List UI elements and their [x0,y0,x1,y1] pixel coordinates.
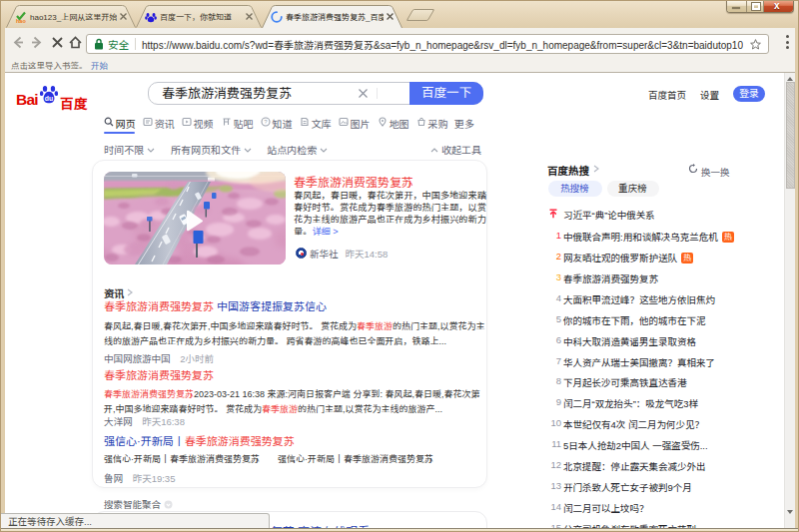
hot-tab-chongqing[interactable]: 重庆榜 [607,181,659,197]
hot-item-title: 中俄联合声明:用和谈解决乌克兰危机热 [563,230,734,244]
import-bookmarks-message: 点击这里导入书签。 [11,59,88,71]
search-separator [377,88,378,99]
hot-rank: 7 [542,355,561,366]
nav-tab-zhidao[interactable]: 知道 [273,116,293,131]
collapse-tools[interactable]: 收起工具 [430,142,481,157]
hot-item[interactable]: 10本世纪仅有4次 闰二月为何少见？ [542,417,782,430]
hot-rank: 11 [542,438,561,449]
hot-item[interactable]: 14闰二月可以上坟吗？ [542,501,782,514]
search-button[interactable]: 百度一下 [409,82,483,105]
nav-tab-wenku[interactable]: 文库 [312,116,332,131]
browser-tab-baidu-home[interactable]: 百度一下，你就知道 [136,5,262,28]
hot-item[interactable]: 1中俄联合声明:用和谈解决乌克兰危机热 [542,230,782,243]
home-button-icon[interactable] [68,35,83,50]
hot-rank: 4 [542,292,561,303]
scroll-down-icon[interactable] [787,510,793,514]
hot-item[interactable]: 3春季旅游消费强势复苏 [542,271,782,284]
forward-button-icon[interactable] [30,35,45,50]
filter-site[interactable]: 站点内检索 [267,142,328,157]
source-time: 昨天16:38 [142,416,185,427]
close-button[interactable]: x [763,0,793,12]
nav-tab-image[interactable]: 图片 [351,116,371,131]
image-icon [339,117,349,127]
hot-search-title[interactable]: 百度热搜 [547,163,589,178]
tab-close-icon[interactable] [384,10,398,24]
nav-tab-caigou[interactable]: 采购 [428,116,448,131]
search-box[interactable]: 春季旅游消费强势复苏 百度一下 [148,82,483,105]
nav-active-underline [104,132,135,134]
feature-result-title[interactable]: 春季旅游消费强势复苏 [294,173,413,190]
baidu-logo[interactable]: Bai du 百度 [16,83,89,108]
search-input-value[interactable]: 春季旅游消费强势复苏 [162,83,292,104]
hot-rank: 8 [542,375,561,386]
hot-item[interactable]: 6中科大取消造黄谣男生录取资格 [542,334,782,347]
hot-item-title: 习近平“典”论中俄关系 [563,208,655,222]
chevron-down-icon [147,148,155,153]
hot-item[interactable]: 2网友晒壮观的俄罗斯护送队热 [542,251,782,264]
result2-title[interactable]: 春季旅游消费强势复苏 中国游客提振复苏信心 [104,297,327,313]
bookmark-star-icon[interactable] [749,38,762,51]
import-bookmarks-link[interactable]: 开始 [91,59,108,71]
stop-button-icon[interactable] [50,35,65,50]
filter-time[interactable]: 时间不限 [104,142,155,157]
hot-item[interactable]: 5你的城市在下雨，他的城市在下泥 [542,313,782,326]
hot-badge: 热 [722,232,734,243]
nav-tab-more[interactable]: 更多 [454,116,474,131]
result2-source: 中国网旅游中国 2小时前 [104,351,214,365]
refresh-icon[interactable] [688,164,698,174]
hot-rank: 3 [542,271,561,282]
browser-menu-icon[interactable] [779,34,795,50]
map-icon [378,117,388,127]
nav-tab-video[interactable]: 视频 [194,116,214,131]
hot-tab-hotlist[interactable]: 热搜榜 [548,181,602,197]
news-icon [143,117,153,127]
maximize-button[interactable] [746,0,763,12]
settings-link[interactable]: 设置 [700,88,719,102]
chevron-right-icon [593,165,599,173]
tab-close-icon[interactable] [243,10,257,24]
address-bar[interactable]: 安全 https://www.baidu.com/s?wd=春季旅游消费强势复苏… [86,34,769,54]
hot-item[interactable]: 115日本人抢劫2中国人 一强盗受伤... [542,438,782,451]
hot-item-title: 5日本人抢劫2中国人 一强盗受伤... [563,438,708,452]
chevron-down-icon [320,148,328,153]
smart-aggregation-label[interactable]: 搜索智能聚合 [104,497,173,511]
scrollbar-thumb[interactable] [786,82,795,189]
nav-tab-web[interactable]: 网页 [116,116,136,131]
hot-item[interactable]: 7华人资产从瑞士美国撤离？真相来了 [542,355,782,368]
browser-tab-current[interactable]: 春季旅游消费强势复苏_百度搜索 [262,5,402,28]
nav-tab-news[interactable]: 资讯 [155,116,175,131]
login-button[interactable]: 登录 [733,86,765,102]
browser-tab-hao123[interactable]: hao hao123_上网从这里开始 [6,5,136,28]
tab-title: 春季旅游消费强势复苏_百度搜索 [286,11,384,22]
tieba-icon [222,117,232,127]
hot-item[interactable]: 12北京提醒：停止露天集会减少外出 [542,459,782,472]
secure-lock-icon [94,38,104,50]
bookmarks-bar: 点击这里导入书签。 开始 [5,56,795,73]
nav-tab-tieba[interactable]: 贴吧 [234,116,254,131]
page-scrollbar[interactable] [784,73,795,528]
source-time: 昨天14:58 [346,247,389,261]
minimize-button[interactable] [727,0,746,12]
hot-item[interactable]: 9闰二月“双龙抬头”：吸龙气吃3样 [542,396,782,409]
scroll-up-icon[interactable] [787,77,793,81]
hot-item-top[interactable]: 习近平“典”论中俄关系 [542,208,782,221]
caigou-icon [416,117,426,127]
hot-item[interactable]: 8下月起长沙可乘高铁直达香港 [542,375,782,388]
svg-text:?: ? [264,119,268,125]
hot-item[interactable]: 13开门杀致人死亡女子被判9个月 [542,480,782,493]
result4-title[interactable]: 强信心·开新局丨春季旅游消费强势复苏 [104,432,295,448]
detail-link[interactable]: 详细 > [312,227,338,237]
back-button-icon[interactable] [10,35,25,50]
clear-search-icon[interactable] [358,88,369,99]
nav-tab-map[interactable]: 地图 [390,116,409,131]
baidu-home-link[interactable]: 百度首页 [648,88,686,102]
hot-item[interactable]: 4大面积甲流过峰？这些地方依旧焦灼 [542,292,782,305]
tab-close-icon[interactable] [117,10,131,24]
logo-cn-text: 百度 [60,93,88,113]
new-tab-button[interactable] [406,9,435,21]
hot-refresh-label[interactable]: 换一换 [701,165,730,179]
filter-scope[interactable]: 所有网页和文件 [171,142,252,157]
result3-title[interactable]: 春季旅游消费强势复苏 [104,366,214,382]
video-thumbnail[interactable] [104,172,286,265]
omnibox-separator [135,38,136,50]
